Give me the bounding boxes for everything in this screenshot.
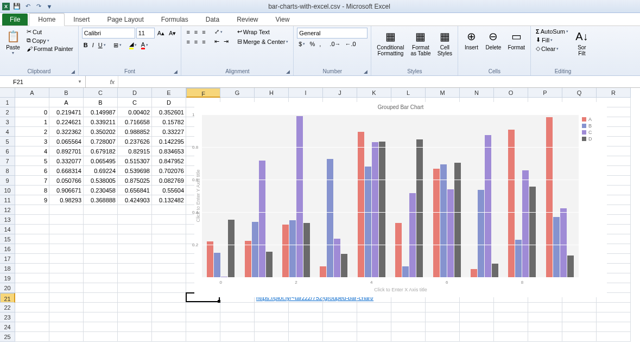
cell[interactable] — [84, 225, 118, 234]
row-header[interactable]: 13 — [0, 215, 15, 225]
cell[interactable]: D — [152, 98, 186, 107]
fill-color-button[interactable]: ◢▾ — [128, 40, 138, 50]
cell[interactable]: 0.065495 — [84, 156, 118, 166]
select-all-corner[interactable] — [0, 88, 15, 98]
cell[interactable] — [152, 273, 186, 283]
column-header[interactable]: C — [84, 88, 118, 98]
tab-data[interactable]: Data — [197, 14, 228, 25]
cell[interactable]: 0.716658 — [118, 117, 152, 127]
comma-button[interactable]: , — [318, 40, 322, 48]
cell[interactable] — [460, 322, 494, 332]
cell[interactable] — [15, 234, 49, 244]
cell[interactable] — [15, 264, 49, 273]
row-header[interactable]: 19 — [0, 273, 15, 283]
cell[interactable] — [84, 312, 118, 322]
tab-home[interactable]: Home — [29, 13, 65, 26]
cell[interactable] — [15, 293, 49, 303]
clear-button[interactable]: ◇Clear▾ — [534, 44, 570, 53]
cell[interactable] — [357, 332, 391, 342]
cell[interactable] — [152, 283, 186, 293]
cell[interactable]: 2 — [15, 127, 49, 137]
orientation-button[interactable]: ⤢▾ — [213, 28, 224, 36]
cell[interactable] — [15, 205, 49, 215]
decrease-decimal-button[interactable]: ←.0 — [344, 40, 358, 48]
row-header[interactable]: 1 — [0, 98, 15, 107]
cell[interactable]: 9 — [15, 195, 49, 205]
row-header[interactable]: 10 — [0, 186, 15, 195]
cell[interactable]: 1 — [15, 117, 49, 127]
cell[interactable] — [391, 322, 426, 332]
chart[interactable]: Grouped Bar Chart Click to Enter Y Axis … — [194, 102, 607, 297]
cell[interactable] — [49, 264, 84, 273]
cell[interactable]: 0.050766 — [49, 176, 84, 186]
cell[interactable]: 0.332077 — [49, 156, 84, 166]
cell[interactable] — [15, 225, 49, 234]
cell[interactable] — [186, 322, 220, 332]
cell[interactable]: 0.339211 — [84, 117, 118, 127]
cell[interactable] — [118, 283, 152, 293]
cell[interactable] — [460, 303, 494, 312]
cell[interactable] — [152, 215, 186, 225]
italic-button[interactable]: I — [91, 41, 96, 49]
cell[interactable] — [460, 312, 494, 322]
row-header[interactable]: 4 — [0, 127, 15, 137]
cell[interactable] — [15, 283, 49, 293]
cell[interactable] — [118, 254, 152, 264]
number-format-select[interactable] — [297, 28, 367, 39]
cell[interactable] — [15, 312, 49, 322]
cell[interactable] — [49, 312, 84, 322]
qat-dropdown-icon[interactable]: ▼ — [46, 3, 53, 10]
cut-button[interactable]: ✂Cut — [25, 28, 75, 36]
format-as-table-button[interactable]: ▦Format as Table — [408, 28, 433, 58]
cell[interactable] — [152, 312, 186, 322]
dialog-launcher-icon[interactable]: ◢ — [174, 69, 178, 74]
cell[interactable] — [186, 332, 220, 342]
conditional-formatting-button[interactable]: ▦Conditional Formatting — [375, 28, 406, 58]
cell[interactable] — [84, 244, 118, 254]
cell[interactable]: 0.98293 — [49, 195, 84, 205]
bold-button[interactable]: B — [82, 41, 90, 49]
column-header[interactable]: L — [391, 88, 426, 98]
row-header[interactable]: 16 — [0, 244, 15, 254]
cell[interactable]: 0.00402 — [118, 107, 152, 117]
row-header[interactable]: 15 — [0, 234, 15, 244]
cell[interactable]: 0.424903 — [118, 195, 152, 205]
row-header[interactable]: 14 — [0, 225, 15, 234]
cell[interactable] — [562, 312, 597, 322]
cell[interactable] — [426, 332, 460, 342]
undo-icon[interactable]: ↶ — [24, 3, 31, 10]
cell[interactable] — [118, 273, 152, 283]
merge-center-button[interactable]: ⊟Merge & Center▾ — [236, 37, 290, 46]
cell[interactable]: 3 — [15, 137, 49, 146]
cell[interactable] — [494, 312, 528, 322]
cell[interactable] — [152, 254, 186, 264]
cell[interactable]: 0.679182 — [84, 146, 118, 156]
cell[interactable] — [152, 332, 186, 342]
row-header[interactable]: 25 — [0, 332, 15, 342]
column-header[interactable]: M — [426, 88, 460, 98]
cell[interactable] — [391, 332, 426, 342]
dialog-launcher-icon[interactable]: ◢ — [286, 69, 290, 74]
cell[interactable] — [562, 303, 597, 312]
cell[interactable] — [528, 312, 562, 322]
cell[interactable] — [152, 264, 186, 273]
cell[interactable]: 0.892701 — [49, 146, 84, 156]
row-header[interactable]: 9 — [0, 176, 15, 186]
column-header[interactable]: G — [220, 88, 255, 98]
cell[interactable] — [15, 244, 49, 254]
row-header[interactable]: 11 — [0, 195, 15, 205]
align-right-button[interactable]: ≡ — [200, 38, 207, 46]
cell[interactable]: 0.69224 — [84, 166, 118, 176]
cell[interactable] — [15, 273, 49, 283]
align-bottom-button[interactable]: ≡ — [200, 28, 207, 36]
cell[interactable] — [426, 312, 460, 322]
cell[interactable]: A — [49, 98, 84, 107]
cell[interactable]: 0.082769 — [152, 176, 186, 186]
dialog-launcher-icon[interactable]: ◢ — [364, 69, 367, 74]
cell[interactable] — [49, 303, 84, 312]
cell[interactable] — [357, 312, 391, 322]
cell[interactable] — [152, 303, 186, 312]
cell[interactable] — [220, 332, 255, 342]
cell[interactable] — [84, 303, 118, 312]
tab-view[interactable]: View — [267, 14, 299, 25]
